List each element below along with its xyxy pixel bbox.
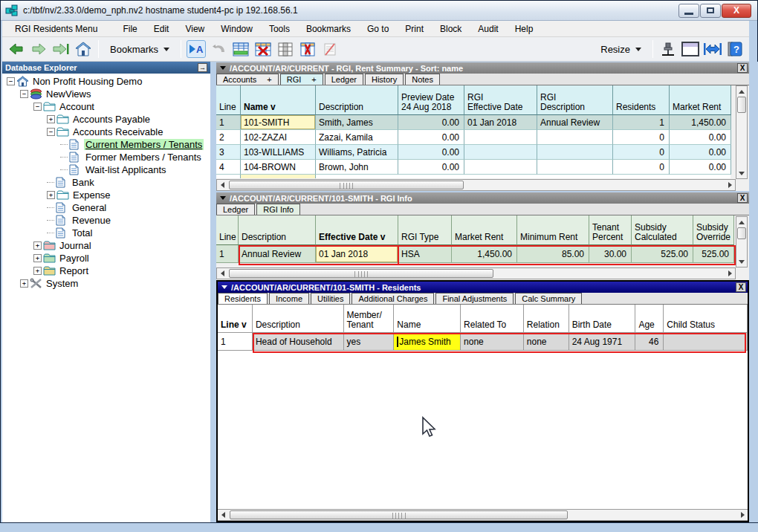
- table-cell[interactable]: 01 Jan 2018: [464, 115, 537, 130]
- horizontal-scrollbar[interactable]: [218, 509, 748, 521]
- tab-notes[interactable]: Notes: [405, 74, 440, 85]
- panel-collapse-button[interactable]: [218, 64, 227, 73]
- table-cell[interactable]: 0: [613, 130, 670, 145]
- table-row[interactable]: 1Annual Review01 Jan 2018HSA1,450.0085.0…: [216, 245, 749, 263]
- tab-rgi[interactable]: RGI+: [280, 74, 323, 85]
- table-cell[interactable]: 1: [613, 115, 670, 130]
- table-cell[interactable]: 01 Jan 2018: [316, 245, 398, 263]
- menu-item-print[interactable]: Print: [398, 22, 430, 36]
- pin-icon[interactable]: [658, 40, 678, 58]
- tree-item-system[interactable]: +System: [2, 277, 210, 290]
- table-row[interactable]: 2102-ZAZAIZazai, Kamila0.0000.00: [216, 130, 749, 145]
- table-cell[interactable]: 85.00: [517, 245, 589, 263]
- tree-item-expense[interactable]: +Expense: [2, 189, 210, 201]
- tree-item-payroll[interactable]: +Payroll: [2, 252, 210, 265]
- table-cell[interactable]: 0: [613, 145, 670, 160]
- table-cell[interactable]: 0.00: [398, 145, 464, 160]
- restore-button[interactable]: [700, 4, 721, 18]
- menu-item-go-to[interactable]: Go to: [360, 22, 395, 36]
- expand-icon[interactable]: +: [33, 241, 42, 250]
- table-cell[interactable]: 1: [216, 115, 241, 130]
- table-cell[interactable]: 102-ZAZAI: [241, 130, 316, 145]
- clear-cell-icon[interactable]: [320, 40, 340, 58]
- table-cell[interactable]: Smith, James: [316, 115, 398, 130]
- column-header-line[interactable]: Line: [216, 85, 241, 115]
- column-header-effective-date-v[interactable]: Effective Date v: [316, 215, 398, 245]
- menu-item-bookmarks[interactable]: Bookmarks: [299, 22, 357, 36]
- window-icon[interactable]: [681, 40, 700, 58]
- insert-row-icon[interactable]: [231, 40, 250, 58]
- resize-dropdown[interactable]: Resize: [593, 42, 649, 57]
- tree-item-accounts-payable[interactable]: +Accounts Payable: [2, 113, 210, 126]
- tab-history[interactable]: History: [365, 74, 404, 85]
- tab-calc-summary[interactable]: Calc Summary: [515, 293, 582, 304]
- column-header-line-v[interactable]: Line v: [218, 305, 253, 333]
- column-header-line[interactable]: Line: [216, 215, 239, 245]
- column-header-residents[interactable]: Residents: [613, 85, 670, 115]
- forward-icon[interactable]: [29, 40, 48, 58]
- close-button[interactable]: X: [722, 4, 751, 18]
- table-cell[interactable]: 0.00: [398, 115, 464, 130]
- menu-item-view[interactable]: View: [178, 22, 211, 36]
- column-header-market-rent[interactable]: Market Rent: [670, 85, 731, 115]
- panel-close-button[interactable]: X: [737, 193, 748, 203]
- table-cell[interactable]: yes: [344, 333, 395, 351]
- column-header-child-status[interactable]: Child Status: [664, 305, 748, 333]
- add-tab-icon[interactable]: +: [267, 75, 271, 84]
- tree-item-current-members-tenants[interactable]: Current Members / Tenants: [2, 138, 210, 151]
- table-cell[interactable]: 3: [216, 145, 241, 160]
- table-cell[interactable]: [664, 333, 748, 351]
- tree-item-former-members-tenants[interactable]: Former Members / Tenants: [2, 151, 210, 163]
- table-cell[interactable]: 0.00: [670, 160, 731, 175]
- delete-row-icon[interactable]: [253, 40, 273, 58]
- column-header-birth-date[interactable]: Birth Date: [569, 305, 636, 333]
- fit-width-icon[interactable]: [703, 40, 722, 58]
- table-cell[interactable]: 0.00: [670, 145, 731, 160]
- minimize-button[interactable]: [678, 4, 699, 18]
- column-header-rgi[interactable]: RGI Effective Date: [464, 85, 537, 115]
- column-header-relation[interactable]: Relation: [524, 305, 569, 333]
- table-cell[interactable]: Annual Review: [537, 115, 613, 130]
- panel-close-button[interactable]: X: [737, 63, 748, 73]
- table-cell[interactable]: [537, 145, 613, 160]
- tab-accounts[interactable]: Accounts+: [216, 74, 279, 85]
- table-cell[interactable]: none: [524, 333, 569, 351]
- tree-item-non-profit-housing-demo[interactable]: −Non Profit Housing Demo: [2, 75, 210, 88]
- table-cell[interactable]: [537, 160, 613, 175]
- vertical-scrollbar[interactable]: [736, 85, 748, 179]
- back-icon[interactable]: [7, 40, 26, 58]
- delete-column-icon[interactable]: [298, 40, 317, 58]
- table-cell[interactable]: Williams, Patricia: [316, 145, 398, 160]
- tab-ledger[interactable]: Ledger: [216, 204, 255, 215]
- home-icon[interactable]: [74, 40, 93, 58]
- table-row[interactable]: 1101-SMITHSmith, James0.0001 Jan 2018Ann…: [216, 115, 749, 130]
- table-cell[interactable]: 4: [216, 160, 241, 175]
- table-cell[interactable]: [464, 130, 537, 145]
- table-cell[interactable]: James Smith: [394, 333, 461, 351]
- table-cell[interactable]: 103-WILLIAMS: [241, 145, 316, 160]
- tree-item-report[interactable]: +Report: [2, 265, 210, 277]
- panel-collapse-button[interactable]: [219, 283, 229, 292]
- tree-item-total[interactable]: Total: [2, 227, 210, 239]
- column-header-description[interactable]: Description: [253, 305, 344, 333]
- table-cell[interactable]: 1,450.00: [452, 245, 517, 263]
- tree-item-accounts-receivable[interactable]: −Accounts Receivable: [2, 126, 210, 138]
- column-header-rgi-type[interactable]: RGI Type: [398, 215, 452, 245]
- table-cell[interactable]: 525.00: [632, 245, 693, 263]
- collapse-icon[interactable]: −: [33, 103, 42, 111]
- panel-collapse-button[interactable]: [218, 194, 227, 203]
- tree-item-account[interactable]: −Account: [2, 100, 210, 113]
- tree-item-revenue[interactable]: Revenue: [2, 214, 210, 227]
- tab-final-adjustments[interactable]: Final Adjustments: [435, 293, 514, 304]
- go-last-icon[interactable]: [51, 40, 71, 58]
- tab-rgi-info[interactable]: RGI Info: [256, 204, 300, 215]
- tree-item-wait-list-applicants[interactable]: Wait-list Applicants: [2, 163, 210, 176]
- table-cell[interactable]: 0: [613, 160, 670, 175]
- table-cell[interactable]: 30.00: [589, 245, 632, 263]
- table-cell[interactable]: 46: [635, 333, 664, 351]
- tab-utilities[interactable]: Utilities: [311, 293, 350, 304]
- column-header-age[interactable]: Age: [635, 305, 664, 333]
- table-cell[interactable]: Head of Household: [253, 333, 344, 351]
- menu-item-audit[interactable]: Audit: [471, 22, 505, 36]
- tab-residents[interactable]: Residents: [218, 293, 268, 304]
